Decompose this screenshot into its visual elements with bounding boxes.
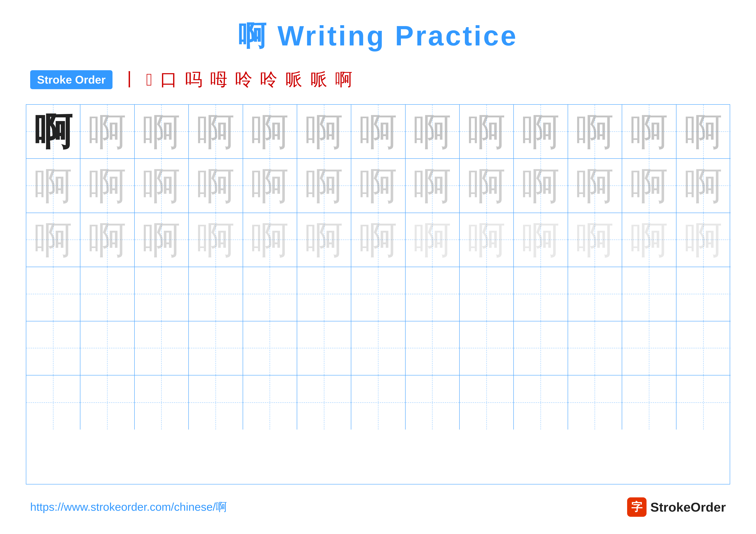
grid-cell[interactable] — [189, 267, 243, 321]
grid-cell[interactable]: 啊 — [460, 159, 514, 213]
grid-cell[interactable]: 啊 — [189, 213, 243, 267]
grid-cell[interactable] — [622, 321, 676, 375]
char-overlay: 啊 — [413, 167, 451, 205]
grid-cell[interactable] — [514, 375, 568, 429]
grid-cell[interactable] — [622, 375, 676, 429]
grid-cell[interactable] — [676, 267, 731, 321]
grid-cell[interactable]: 啊 — [676, 159, 731, 213]
grid-row: 啊啊啊啊啊啊啊啊啊啊啊啊啊 — [26, 105, 730, 159]
grid-cell[interactable]: 啊 — [568, 159, 622, 213]
char-overlay: 啊 — [630, 113, 668, 151]
char-overlay: 啊 — [305, 221, 343, 259]
grid-cell[interactable]: 啊 — [243, 159, 297, 213]
grid-cell[interactable] — [676, 375, 731, 429]
grid-cell[interactable] — [243, 375, 297, 429]
grid-cell[interactable] — [189, 321, 243, 375]
grid-cell[interactable] — [26, 321, 80, 375]
grid-cell[interactable]: 啊 — [676, 105, 731, 159]
char-overlay: 啊 — [359, 113, 397, 151]
stroke-6: 呤 — [235, 68, 252, 91]
char-overlay: 啊 — [522, 221, 560, 259]
grid-cell[interactable]: 啊 — [622, 105, 676, 159]
grid-cell[interactable] — [297, 375, 351, 429]
grid-cell[interactable]: 啊 — [80, 105, 134, 159]
footer-url: https://www.strokeorder.com/chinese/啊 — [30, 499, 227, 515]
grid-cell[interactable] — [406, 375, 460, 429]
grid-row — [26, 321, 730, 375]
char-overlay: 啊 — [88, 221, 126, 259]
grid-cell[interactable] — [80, 321, 134, 375]
char-overlay: 啊 — [685, 167, 722, 205]
grid-cell[interactable]: 啊 — [243, 213, 297, 267]
grid-row: 啊啊啊啊啊啊啊啊啊啊啊啊啊 — [26, 213, 730, 267]
grid-cell[interactable] — [297, 321, 351, 375]
grid-cell[interactable]: 啊 — [80, 159, 134, 213]
grid-cell[interactable]: 啊 — [135, 105, 189, 159]
grid-cell[interactable] — [568, 321, 622, 375]
grid-cell[interactable]: 啊 — [351, 105, 405, 159]
grid-cell[interactable]: 啊 — [135, 213, 189, 267]
grid-cell[interactable] — [80, 267, 134, 321]
grid-cell[interactable]: 啊 — [406, 213, 460, 267]
grid-cell[interactable]: 啊 — [351, 213, 405, 267]
grid-cell[interactable]: 啊 — [406, 105, 460, 159]
grid-cell[interactable]: 啊 — [189, 105, 243, 159]
grid-cell[interactable]: 啊 — [622, 213, 676, 267]
grid-cell[interactable]: 啊 — [406, 159, 460, 213]
grid-cell[interactable]: 啊 — [676, 213, 731, 267]
grid-cell[interactable]: 啊 — [568, 213, 622, 267]
grid-cell[interactable] — [26, 375, 80, 429]
char-overlay: 啊 — [359, 167, 397, 205]
grid-cell[interactable] — [135, 321, 189, 375]
grid-cell[interactable] — [676, 321, 731, 375]
grid-cell[interactable]: 啊 — [297, 213, 351, 267]
stroke-2: 𠃍 — [146, 70, 152, 89]
grid-cell[interactable] — [568, 267, 622, 321]
grid-cell[interactable] — [135, 267, 189, 321]
grid-cell[interactable]: 啊 — [622, 159, 676, 213]
grid-cell[interactable] — [406, 321, 460, 375]
grid-cell[interactable] — [351, 267, 405, 321]
grid-cell[interactable]: 啊 — [26, 105, 80, 159]
grid-cell[interactable]: 啊 — [189, 159, 243, 213]
grid-cell[interactable]: 啊 — [297, 105, 351, 159]
grid-cell[interactable]: 啊 — [297, 159, 351, 213]
char-overlay: 啊 — [522, 167, 560, 205]
grid-cell[interactable]: 啊 — [26, 159, 80, 213]
grid-cell[interactable]: 啊 — [26, 213, 80, 267]
grid-cell[interactable]: 啊 — [514, 213, 568, 267]
grid-cell[interactable] — [351, 375, 405, 429]
stroke-1: 丨 — [121, 68, 138, 91]
grid-cell[interactable]: 啊 — [568, 105, 622, 159]
grid-cell[interactable] — [460, 321, 514, 375]
grid-cell[interactable]: 啊 — [243, 105, 297, 159]
char-overlay: 啊 — [197, 221, 235, 259]
grid-cell[interactable]: 啊 — [80, 213, 134, 267]
grid-cell[interactable] — [243, 267, 297, 321]
grid-cell[interactable]: 啊 — [460, 213, 514, 267]
grid-cell[interactable] — [243, 321, 297, 375]
grid-cell[interactable] — [80, 375, 134, 429]
grid-cell[interactable]: 啊 — [351, 159, 405, 213]
grid-cell[interactable]: 啊 — [514, 105, 568, 159]
char-overlay: 啊 — [468, 113, 505, 151]
grid-cell[interactable] — [514, 321, 568, 375]
stroke-7: 呤 — [260, 68, 277, 91]
grid-cell[interactable] — [297, 267, 351, 321]
grid-row — [26, 375, 730, 429]
grid-cell[interactable] — [135, 375, 189, 429]
grid-cell[interactable] — [26, 267, 80, 321]
char-overlay: 啊 — [413, 221, 451, 259]
grid-cell[interactable] — [622, 267, 676, 321]
grid-cell[interactable]: 啊 — [460, 105, 514, 159]
grid-cell[interactable] — [189, 375, 243, 429]
stroke-sequence: 丨 𠃍 口 吗 呣 呤 呤 哌 哌 啊 — [121, 68, 352, 91]
grid-cell[interactable]: 啊 — [135, 159, 189, 213]
grid-cell[interactable]: 啊 — [514, 159, 568, 213]
grid-cell[interactable] — [568, 375, 622, 429]
grid-cell[interactable] — [514, 267, 568, 321]
grid-cell[interactable] — [460, 267, 514, 321]
grid-cell[interactable] — [351, 321, 405, 375]
grid-cell[interactable] — [406, 267, 460, 321]
grid-cell[interactable] — [460, 375, 514, 429]
